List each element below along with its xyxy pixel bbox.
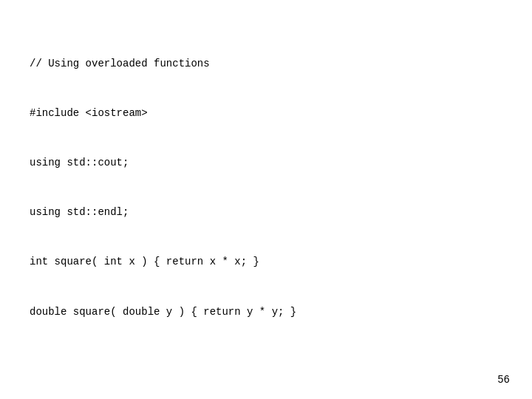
code-line-2: #include <iostream> [30,105,502,121]
code-line-5: int square( int x ) { return x * x; } [30,253,502,270]
code-line-6: double square( double y ) { return y * y… [30,304,502,320]
code-container: // Using overloaded functions #include <… [30,22,502,399]
blank-line-1 [30,353,502,369]
page-number: 56 [497,374,510,386]
code-line-4: using std::endl; [30,204,502,220]
code-line-1: // Using overloaded functions [30,55,502,72]
code-line-3: using std::cout; [30,154,502,171]
code-block: // Using overloaded functions #include <… [30,22,502,399]
